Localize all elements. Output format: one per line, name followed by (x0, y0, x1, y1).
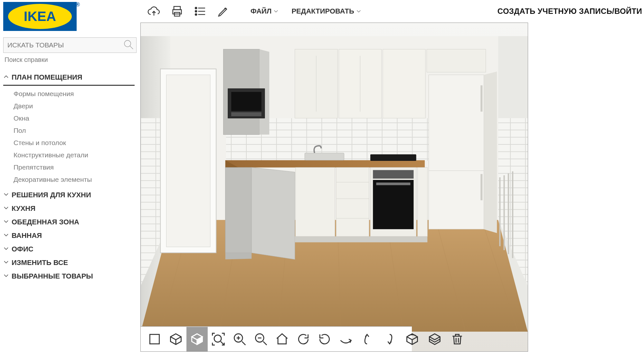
nav-section-label: ПЛАН ПОМЕЩЕНИЯ (12, 73, 82, 82)
nav-item-walls-ceiling[interactable]: Стены и потолок (14, 137, 135, 149)
chevron-down-icon (356, 9, 361, 14)
svg-rect-59 (336, 167, 369, 236)
help-search-link[interactable]: Поиск справки (3, 56, 135, 64)
pan-right-icon[interactable] (335, 327, 356, 351)
nav-section-label: ОФИС (12, 245, 33, 253)
svg-rect-35 (231, 112, 261, 116)
svg-marker-69 (225, 253, 251, 259)
view-toolbar (141, 326, 412, 351)
svg-rect-42 (429, 75, 484, 229)
svg-rect-68 (295, 236, 428, 242)
svg-rect-65 (373, 180, 413, 229)
account-link[interactable]: СОЗДАТЬ УЧЕТНУЮ ЗАПИСЬ/ВОЙТИ (497, 7, 642, 16)
brand-logo[interactable]: IKEA ® (3, 2, 78, 31)
nav-section-label: ВАННАЯ (12, 231, 42, 240)
nav-item-room-shapes[interactable]: Формы помещения (14, 88, 135, 100)
nav-item-decorative[interactable]: Декоративные элементы (14, 173, 135, 186)
nav-section-selected[interactable]: ВЫБРАННЫЕ ТОВАРЫ (3, 270, 135, 283)
search-box[interactable] (3, 37, 137, 53)
svg-rect-67 (418, 167, 428, 236)
chevron-down-icon (3, 231, 12, 240)
svg-point-75 (214, 335, 221, 342)
nav-item-structural[interactable]: Конструктивные детали (14, 149, 135, 161)
print-icon[interactable] (170, 4, 184, 18)
svg-rect-58 (296, 167, 335, 236)
nav-section-label: КУХНЯ (12, 204, 35, 213)
cube-front-icon[interactable] (402, 327, 423, 351)
list-icon[interactable] (193, 4, 207, 18)
svg-rect-56 (225, 167, 251, 253)
nav-section-label: РЕШЕНИЯ ДЛЯ КУХНИ (12, 191, 91, 199)
pencil-icon[interactable] (216, 4, 231, 18)
chevron-down-icon (3, 272, 12, 280)
svg-line-78 (242, 341, 245, 345)
kitchen-3d-render (141, 23, 528, 351)
svg-marker-46 (484, 72, 497, 233)
svg-rect-64 (373, 170, 413, 179)
svg-rect-2 (174, 6, 180, 10)
zoom-fit-icon[interactable] (208, 327, 229, 351)
svg-line-1 (130, 46, 133, 49)
search-icon[interactable] (121, 39, 136, 51)
design-canvas[interactable] (140, 23, 528, 352)
svg-rect-41 (427, 49, 486, 72)
svg-rect-54 (305, 153, 344, 160)
nav-section-bathroom[interactable]: ВАННАЯ (3, 229, 135, 242)
svg-point-5 (195, 7, 197, 9)
nav-item-doors[interactable]: Двери (14, 100, 135, 112)
svg-rect-34 (231, 92, 261, 111)
nav-section-label: ОБЕДЕННАЯ ЗОНА (12, 218, 79, 226)
svg-point-7 (195, 11, 197, 12)
search-input[interactable] (4, 41, 121, 49)
nav-item-obstacles[interactable]: Препятствия (14, 161, 135, 173)
svg-marker-51 (225, 160, 425, 167)
nav-section-label: ИЗМЕНИТЬ ВСЕ (12, 259, 68, 267)
svg-rect-38 (383, 49, 425, 118)
nav-item-floor[interactable]: Пол (14, 124, 135, 137)
rotate-cw-icon[interactable] (293, 327, 314, 351)
chevron-down-icon (273, 9, 279, 14)
nav-section-change-all[interactable]: ИЗМЕНИТЬ ВСЕ (3, 256, 135, 270)
rotate-ccw-icon[interactable] (314, 327, 335, 351)
nav-section-room-plan[interactable]: ПЛАН ПОМЕЩЕНИЯ (3, 71, 135, 86)
chevron-down-icon (3, 259, 12, 267)
nav-item-windows[interactable]: Окна (14, 112, 135, 124)
svg-rect-55 (370, 154, 416, 161)
menu-file-label: ФАЙЛ (251, 7, 271, 15)
menu-file[interactable]: ФАЙЛ (249, 7, 280, 15)
nav-section-office[interactable]: ОФИС (3, 242, 135, 256)
chevron-down-icon (3, 191, 12, 199)
main-area: ФАЙЛ РЕДАКТИРОВАТЬ СОЗДАТЬ УЧЕТНУЮ ЗАПИС… (137, 0, 644, 353)
trademark-icon: ® (76, 1, 80, 8)
svg-marker-57 (251, 167, 295, 259)
chevron-down-icon (3, 218, 12, 226)
brand-name: IKEA (8, 4, 72, 29)
nav-section-label: ВЫБРАННЫЕ ТОВАРЫ (12, 272, 93, 280)
orbit-down-icon[interactable] (379, 327, 400, 351)
cube-iso-icon[interactable] (424, 327, 445, 351)
zoom-in-icon[interactable] (229, 327, 250, 351)
svg-line-82 (263, 341, 267, 345)
nav-section-kitchen[interactable]: КУХНЯ (3, 202, 135, 215)
orbit-up-icon[interactable] (356, 327, 378, 351)
nav-section-kitchen-solutions[interactable]: РЕШЕНИЯ ДЛЯ КУХНИ (3, 188, 135, 202)
menu-edit-label: РЕДАКТИРОВАТЬ (291, 7, 354, 15)
view-3d-wire-icon[interactable] (165, 327, 186, 351)
zoom-out-icon[interactable] (250, 327, 271, 351)
nav-sub-room-plan: Формы помещения Двери Окна Пол Стены и п… (3, 86, 135, 188)
menu-edit[interactable]: РЕДАКТИРОВАТЬ (289, 7, 363, 15)
home-icon[interactable] (271, 327, 293, 351)
nav-section-dining[interactable]: ОБЕДЕННАЯ ЗОНА (3, 215, 135, 229)
trash-icon[interactable] (447, 327, 468, 351)
topbar: ФАЙЛ РЕДАКТИРОВАТЬ СОЗДАТЬ УЧЕТНУЮ ЗАПИС… (140, 0, 644, 23)
sidebar: IKEA ® Поиск справки ПЛАН ПОМЕЩЕНИЯ Форм… (0, 0, 137, 353)
view-3d-solid-icon[interactable] (186, 327, 208, 351)
svg-point-0 (124, 40, 131, 47)
svg-rect-66 (376, 182, 410, 185)
chevron-down-icon (3, 204, 12, 213)
view-2d-icon[interactable] (144, 327, 165, 351)
cloud-upload-icon[interactable] (147, 4, 161, 18)
svg-rect-70 (150, 334, 159, 344)
chevron-up-icon (3, 73, 12, 82)
svg-line-76 (221, 341, 223, 344)
